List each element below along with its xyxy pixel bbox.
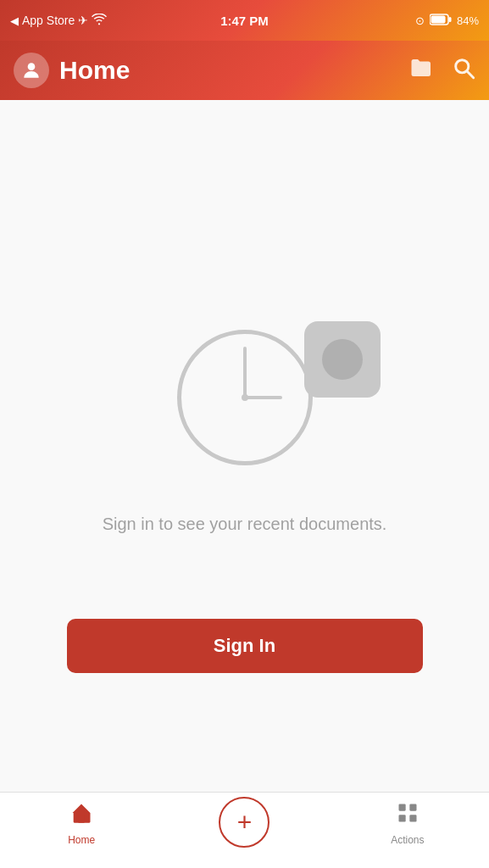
folder-icon[interactable]: [409, 56, 435, 85]
back-arrow-icon: ◀: [10, 14, 19, 27]
empty-state-text: Sign in to see your recent documents.: [103, 511, 387, 537]
thumbnail-inner: [322, 339, 363, 380]
carrier-label: App Store: [22, 14, 75, 27]
svg-rect-9: [398, 815, 405, 821]
svg-rect-2: [431, 15, 445, 23]
add-button[interactable]: +: [219, 797, 270, 848]
svg-line-5: [467, 71, 474, 78]
floating-thumbnail: [304, 321, 381, 398]
svg-point-3: [28, 63, 36, 70]
app-header: Home: [0, 41, 489, 100]
search-icon[interactable]: [452, 56, 475, 85]
wifi-icon: [92, 14, 107, 28]
status-bar: ◀ App Store ✈ 1:47 PM ⊙ 84%: [0, 0, 489, 41]
battery-icon: [430, 14, 452, 28]
airplane-icon: ✈: [78, 14, 88, 27]
screen-record-icon: ⊙: [415, 14, 425, 27]
battery-percent: 84%: [457, 14, 479, 27]
clock-center-dot: [242, 394, 248, 401]
plus-icon: +: [237, 810, 253, 835]
status-bar-right: ⊙ 84%: [415, 14, 479, 28]
illustration-area: [109, 304, 381, 491]
signin-button[interactable]: Sign In: [67, 619, 423, 673]
tab-actions-label: Actions: [391, 834, 424, 846]
clock-hand-hour: [245, 396, 282, 399]
svg-rect-10: [409, 815, 416, 821]
svg-rect-7: [398, 804, 405, 811]
avatar-icon[interactable]: [14, 53, 49, 88]
tab-actions[interactable]: Actions: [374, 801, 442, 846]
header-right: [409, 56, 475, 85]
page-title: Home: [59, 56, 130, 85]
status-bar-time: 1:47 PM: [220, 14, 269, 28]
tab-bar: Home + Actions: [0, 792, 489, 868]
svg-rect-8: [409, 804, 416, 811]
tab-home-label: Home: [68, 834, 95, 846]
header-left: Home: [14, 53, 130, 88]
clock-hand-minute: [243, 347, 247, 398]
main-content: Sign in to see your recent documents. Si…: [0, 100, 489, 792]
svg-rect-6: [79, 815, 85, 822]
tab-home[interactable]: Home: [47, 801, 115, 846]
tab-add[interactable]: +: [210, 801, 278, 848]
actions-icon: [396, 801, 420, 831]
clock-icon: [177, 330, 313, 465]
home-icon: [69, 801, 93, 831]
status-bar-left: ◀ App Store ✈: [10, 14, 107, 28]
svg-rect-1: [448, 17, 451, 22]
